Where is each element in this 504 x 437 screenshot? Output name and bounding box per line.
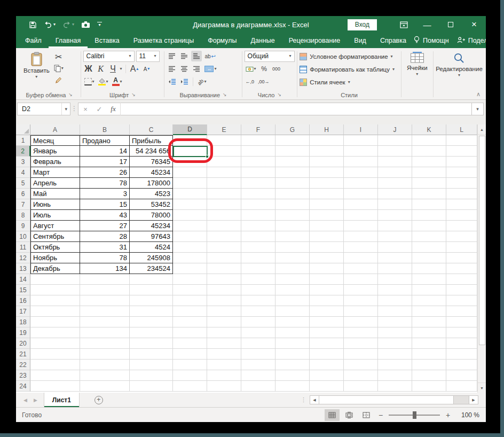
cell-B6[interactable]: 3: [80, 189, 130, 199]
normal-view-button[interactable]: [325, 409, 340, 421]
cell-C2[interactable]: 54 234 656: [130, 146, 173, 157]
tab-рецензирование[interactable]: Рецензирование: [282, 33, 348, 48]
column-header-K[interactable]: K: [412, 124, 446, 135]
number-format-combobox[interactable]: Общий▾: [245, 51, 295, 62]
cell-K9[interactable]: [412, 221, 446, 231]
zoom-level[interactable]: 100 %: [454, 411, 479, 419]
increase-indent-button[interactable]: [179, 76, 190, 87]
column-header-B[interactable]: B: [80, 124, 130, 135]
cell-L21[interactable]: [446, 349, 477, 360]
cell-G7[interactable]: [275, 199, 310, 210]
align-left-button[interactable]: [167, 64, 177, 74]
row-header-19[interactable]: 19: [16, 327, 30, 338]
wrap-text-button[interactable]: ab↩: [203, 51, 217, 61]
cell-C14[interactable]: [130, 274, 173, 285]
cell-B20[interactable]: [80, 338, 130, 349]
next-sheet-icon[interactable]: ▶: [34, 397, 37, 403]
cell-A11[interactable]: Октябрь: [30, 242, 80, 253]
sign-in-button[interactable]: Вход: [348, 19, 377, 30]
cell-I14[interactable]: [344, 274, 378, 285]
cell-G21[interactable]: [275, 349, 310, 360]
cell-L16[interactable]: [446, 295, 477, 306]
cell-F1[interactable]: [241, 135, 275, 146]
cell-K16[interactable]: [412, 295, 446, 306]
cell-C10[interactable]: 97643: [130, 231, 173, 242]
cell-K6[interactable]: [412, 189, 446, 199]
cell-J1[interactable]: [378, 135, 412, 146]
cell-K22[interactable]: [412, 360, 446, 370]
tab-assistant[interactable]: Помощн: [413, 36, 449, 45]
cancel-entry-icon[interactable]: ×: [78, 105, 92, 113]
cell-G5[interactable]: [275, 178, 310, 189]
cell-I22[interactable]: [344, 360, 378, 370]
cell-K3[interactable]: [412, 157, 446, 167]
select-all-button[interactable]: [16, 124, 30, 135]
zoom-in-button[interactable]: +: [442, 411, 454, 419]
cell-F24[interactable]: [241, 381, 275, 392]
cell-H12[interactable]: [310, 253, 344, 263]
customize-qat-icon[interactable]: ▾: [97, 22, 102, 27]
row-header-21[interactable]: 21: [16, 349, 30, 360]
cell-E4[interactable]: [207, 167, 241, 178]
paste-dropdown-icon[interactable]: ▾: [35, 75, 37, 79]
confirm-entry-icon[interactable]: ✓: [92, 105, 106, 113]
cell-L7[interactable]: [446, 199, 477, 210]
cell-F4[interactable]: [241, 167, 275, 178]
cell-I9[interactable]: [344, 221, 378, 231]
cell-F9[interactable]: [241, 221, 275, 231]
row-header-22[interactable]: 22: [16, 360, 30, 370]
cell-H8[interactable]: [310, 210, 344, 221]
tab-вставка[interactable]: Вставка: [88, 33, 126, 48]
cell-A21[interactable]: [30, 349, 80, 360]
cell-E6[interactable]: [207, 189, 241, 199]
cell-J12[interactable]: [378, 253, 412, 263]
cell-F5[interactable]: [241, 178, 275, 189]
name-box-dropdown-icon[interactable]: ▾: [61, 103, 70, 115]
cell-B17[interactable]: [80, 306, 130, 317]
row-header-24[interactable]: 24: [16, 381, 30, 392]
cell-B9[interactable]: 27: [80, 221, 130, 231]
cell-F16[interactable]: [241, 295, 275, 306]
cell-G14[interactable]: [275, 274, 310, 285]
cell-H18[interactable]: [310, 317, 344, 327]
cell-I11[interactable]: [344, 242, 378, 253]
merge-center-button[interactable]: ↔▾: [203, 64, 217, 74]
cell-A24[interactable]: [30, 381, 80, 392]
cell-F18[interactable]: [241, 317, 275, 327]
copy-button[interactable]: ▾: [53, 63, 65, 74]
cell-B21[interactable]: [80, 349, 130, 360]
cell-E22[interactable]: [207, 360, 241, 370]
tab-главная[interactable]: Главная: [49, 33, 88, 48]
row-header-5[interactable]: 5: [16, 178, 30, 189]
cell-D21[interactable]: [173, 349, 207, 360]
cell-I15[interactable]: [344, 285, 378, 295]
orientation-button[interactable]: ab▾: [196, 76, 207, 87]
cell-D17[interactable]: [173, 306, 207, 317]
cell-F13[interactable]: [241, 263, 275, 274]
cell-G18[interactable]: [275, 317, 310, 327]
paste-button[interactable]: Вставить ▾: [20, 50, 53, 85]
cell-E9[interactable]: [207, 221, 241, 231]
new-sheet-button[interactable]: +: [94, 396, 103, 404]
cell-C1[interactable]: Прибыль: [130, 135, 173, 146]
close-button[interactable]: ×: [462, 16, 486, 33]
cell-J15[interactable]: [378, 285, 412, 295]
cell-H19[interactable]: [310, 327, 344, 338]
cell-K7[interactable]: [412, 199, 446, 210]
cell-E13[interactable]: [207, 263, 241, 274]
cell-F12[interactable]: [241, 253, 275, 263]
cell-L23[interactable]: [446, 370, 477, 381]
tab-split-handle[interactable]: ⋮: [301, 396, 306, 403]
cell-A10[interactable]: Сентябрь: [30, 231, 80, 242]
cell-F20[interactable]: [241, 338, 275, 349]
dialog-launcher-icon[interactable]: ↘: [68, 92, 73, 97]
cut-button[interactable]: ✂: [53, 51, 65, 62]
cell-F19[interactable]: [241, 327, 275, 338]
cell-E16[interactable]: [207, 295, 241, 306]
cell-H3[interactable]: [310, 157, 344, 167]
tab-вид[interactable]: Вид: [347, 33, 373, 48]
vertical-scrollbar[interactable]: ▲ ▼: [477, 124, 486, 393]
format-as-table-button[interactable]: Форматировать как таблицу▾: [300, 63, 398, 76]
undo-button[interactable]: ▾: [44, 21, 56, 28]
cell-D22[interactable]: [173, 360, 207, 370]
